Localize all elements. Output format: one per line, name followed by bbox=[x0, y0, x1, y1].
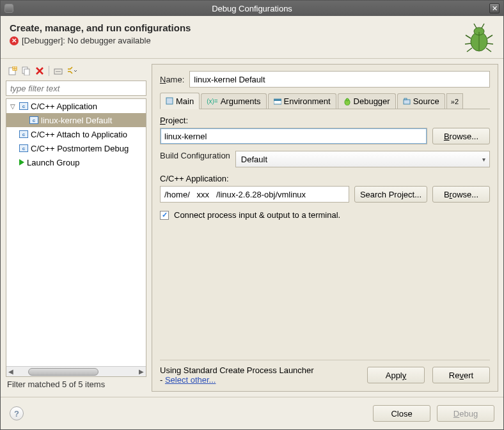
svg-line-7 bbox=[487, 43, 493, 44]
tree-item-attach[interactable]: c C/C++ Attach to Applicatio bbox=[6, 127, 146, 141]
connect-terminal-checkbox[interactable]: ✓ bbox=[160, 211, 169, 220]
tree-item-linux-kernel[interactable]: c linux-kernel Default bbox=[6, 113, 146, 127]
chevron-down-icon: ▾ bbox=[482, 156, 485, 163]
titlebar: Debug Configurations ✕ bbox=[1, 1, 503, 16]
svg-rect-21 bbox=[404, 100, 410, 104]
tab-bar: Main (x)= Arguments Environment Debugger… bbox=[160, 93, 490, 109]
dialog-footer: ? Close Debug bbox=[1, 397, 503, 429]
collapse-all-button[interactable] bbox=[52, 65, 64, 77]
svg-line-10 bbox=[482, 24, 484, 28]
launcher-text: Using Standard Create Process Launcher bbox=[160, 365, 359, 375]
play-icon bbox=[19, 159, 24, 165]
svg-rect-18 bbox=[274, 99, 281, 101]
apply-button[interactable]: Apply bbox=[367, 367, 425, 383]
debug-button[interactable]: Debug bbox=[437, 405, 494, 422]
revert-button[interactable]: Revert bbox=[432, 367, 490, 383]
expand-icon[interactable]: ▽ bbox=[9, 103, 17, 110]
tree-label: C/C++ Application bbox=[31, 102, 97, 111]
duplicate-config-button[interactable] bbox=[20, 65, 32, 77]
name-input[interactable] bbox=[189, 71, 490, 88]
tabs-overflow[interactable]: »2 bbox=[446, 93, 463, 109]
svg-rect-14 bbox=[24, 69, 29, 75]
tree-item-postmortem[interactable]: c C/C++ Postmortem Debug bbox=[6, 141, 146, 155]
tree-label: C/C++ Postmortem Debug bbox=[31, 144, 129, 153]
build-config-label: Build Configuration bbox=[160, 151, 230, 167]
c-app-icon: c bbox=[19, 130, 28, 138]
arguments-tab-icon: (x)= bbox=[207, 98, 218, 105]
environment-tab-icon bbox=[274, 98, 281, 105]
svg-rect-16 bbox=[166, 98, 173, 104]
svg-line-5 bbox=[467, 48, 472, 52]
debugger-tab-icon bbox=[343, 98, 351, 105]
connect-terminal-label: Connect process input & output to a term… bbox=[174, 210, 340, 220]
config-form: Name: Main (x)= Arguments Environment bbox=[152, 64, 498, 392]
dialog-header: Create, manage, and run configurations ✕… bbox=[1, 16, 503, 59]
main-tab-icon bbox=[166, 97, 173, 105]
tree-item-launch-group[interactable]: Launch Group bbox=[6, 155, 146, 169]
build-config-select[interactable]: Default ▾ bbox=[235, 151, 490, 167]
tree-label: Launch Group bbox=[27, 158, 79, 167]
launcher-bar: Using Standard Create Process Launcher -… bbox=[160, 360, 490, 385]
svg-line-6 bbox=[487, 35, 492, 38]
new-config-button[interactable] bbox=[7, 65, 19, 77]
tree-label: linux-kernel Default bbox=[41, 116, 112, 125]
svg-line-9 bbox=[474, 24, 476, 28]
svg-line-8 bbox=[486, 48, 491, 52]
tree-item-cpp-app[interactable]: ▽ c C/C++ Application bbox=[6, 99, 146, 113]
search-project-button[interactable]: Search Project... bbox=[354, 186, 427, 203]
app-label: C/C++ Application: bbox=[160, 174, 490, 183]
filter-input[interactable] bbox=[6, 81, 146, 96]
dialog-title: Create, manage, and run configurations bbox=[10, 22, 464, 33]
tab-arguments[interactable]: (x)= Arguments bbox=[201, 93, 266, 109]
tab-main[interactable]: Main bbox=[160, 93, 200, 109]
config-toolbar bbox=[6, 64, 146, 81]
window-close-button[interactable]: ✕ bbox=[489, 3, 500, 13]
error-text: [Debugger]: No debugger available bbox=[22, 36, 151, 45]
c-app-icon: c bbox=[19, 102, 28, 110]
application-input[interactable] bbox=[160, 186, 349, 203]
delete-config-button[interactable] bbox=[34, 65, 45, 77]
project-label: Project: bbox=[160, 116, 490, 125]
tab-environment[interactable]: Environment bbox=[268, 93, 336, 109]
svg-line-3 bbox=[466, 35, 471, 38]
select-other-link[interactable]: Select other... bbox=[165, 375, 216, 385]
svg-point-20 bbox=[346, 98, 349, 101]
svg-rect-22 bbox=[404, 98, 407, 100]
project-input[interactable] bbox=[160, 128, 427, 144]
bug-icon bbox=[464, 22, 494, 53]
window-title: Debug Configurations bbox=[212, 4, 292, 13]
name-label: Name: bbox=[160, 75, 184, 84]
window-menu-icon[interactable] bbox=[4, 4, 13, 13]
tree-hscrollbar[interactable]: ◀▶ bbox=[6, 366, 146, 376]
tab-debugger[interactable]: Debugger bbox=[338, 93, 396, 109]
c-app-icon: c bbox=[19, 144, 28, 152]
source-tab-icon bbox=[403, 98, 411, 105]
filter-status: Filter matched 5 of 5 items bbox=[6, 377, 146, 392]
project-browse-button[interactable]: Browse... bbox=[432, 128, 490, 144]
tree-label: C/C++ Attach to Applicatio bbox=[31, 130, 127, 139]
svg-line-4 bbox=[465, 43, 471, 44]
left-panel: ▽ c C/C++ Application c linux-kernel Def… bbox=[6, 64, 146, 392]
c-app-icon: c bbox=[29, 116, 38, 124]
tab-source[interactable]: Source bbox=[397, 93, 445, 109]
error-icon: ✕ bbox=[10, 36, 19, 45]
config-tree: ▽ c C/C++ Application c linux-kernel Def… bbox=[6, 98, 146, 377]
filter-menu-button[interactable] bbox=[66, 65, 77, 77]
close-button[interactable]: Close bbox=[373, 405, 430, 422]
help-button[interactable]: ? bbox=[10, 406, 24, 420]
app-browse-button[interactable]: Browse... bbox=[432, 186, 490, 203]
